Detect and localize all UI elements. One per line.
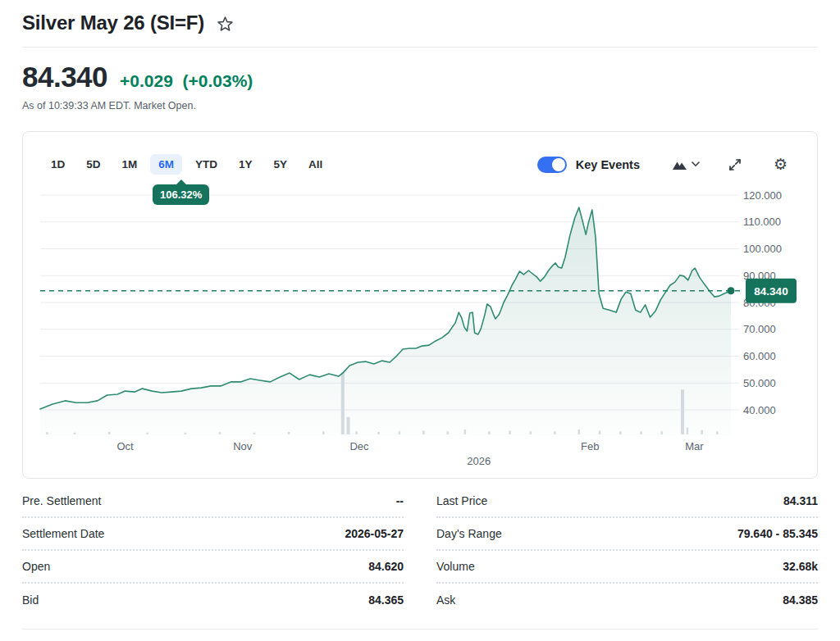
- price-row: 84.340 +0.029 (+0.03%): [22, 61, 818, 93]
- range-button-1d[interactable]: 1D: [43, 154, 73, 175]
- favorite-star-icon[interactable]: [216, 15, 235, 34]
- chart-toolbar: 1D5D1M6MYTD1Y5YAll Key Events: [23, 132, 817, 175]
- stat-row: Ask84.385: [436, 584, 818, 616]
- y-axis-label: 110.000: [743, 216, 781, 228]
- key-events-label: Key Events: [576, 158, 640, 171]
- fullscreen-button[interactable]: [728, 157, 742, 172]
- stats-column-left: Pre. Settlement--Settlement Date2026-05-…: [22, 485, 404, 616]
- x-axis-label: Nov: [233, 440, 253, 452]
- area-fill: [40, 207, 731, 436]
- stat-value: 2026-05-27: [345, 527, 404, 540]
- stat-row: Volume32.68k: [436, 551, 818, 584]
- y-axis-label: 100.000: [743, 243, 782, 255]
- stat-row: Open84.620: [22, 551, 404, 584]
- y-axis-label: 70.000: [743, 323, 776, 335]
- range-button-ytd[interactable]: YTD: [187, 154, 226, 175]
- range-button-6m[interactable]: 6M: [150, 154, 182, 175]
- x-axis-label: Feb: [581, 440, 599, 452]
- stat-row: Settlement Date2026-05-27: [22, 518, 404, 551]
- stat-value: 32.68k: [783, 560, 818, 573]
- current-price: 84.340: [22, 61, 107, 93]
- y-axis-label: 50.000: [743, 377, 776, 389]
- range-button-1y[interactable]: 1Y: [231, 154, 261, 175]
- stat-row: Last Price84.311: [436, 485, 818, 518]
- range-button-5y[interactable]: 5Y: [266, 154, 296, 175]
- price-change: +0.029 (+0.03%): [120, 71, 253, 91]
- as-of-timestamp: As of 10:39:33 AM EDT. Market Open.: [22, 100, 818, 111]
- stat-row: Day's Range79.640 - 85.345: [436, 518, 818, 551]
- stat-label: Ask: [436, 593, 455, 607]
- quote-page: Silver May 26 (SI=F) 84.340 +0.029 (+0.0…: [0, 0, 840, 630]
- range-button-all[interactable]: All: [300, 154, 331, 175]
- mountain-chart-icon: [673, 159, 687, 170]
- stat-label: Volume: [436, 560, 475, 573]
- stat-label: Settlement Date: [22, 527, 104, 540]
- stat-label: Bid: [22, 593, 39, 607]
- x-axis-label: Dec: [349, 440, 369, 452]
- stat-value: 84.365: [368, 593, 404, 607]
- current-price-dot: [728, 287, 735, 294]
- chart-controls: Key Events: [537, 157, 788, 173]
- chart-card: 1D5D1M6MYTD1Y5YAll Key Events: [22, 131, 818, 479]
- x-axis-label: 2026: [467, 455, 491, 467]
- expand-icon: [728, 157, 742, 172]
- key-events-toggle[interactable]: [537, 157, 567, 173]
- footer-divider: [22, 629, 818, 630]
- stat-value: 84.311: [783, 494, 818, 507]
- settings-gear-icon[interactable]: ⚙: [774, 157, 788, 172]
- period-change-badge: 106.32%: [153, 184, 209, 205]
- range-selector: 1D5D1M6MYTD1Y5YAll: [43, 154, 331, 175]
- toggle-knob: [552, 158, 565, 171]
- stat-value: 79.640 - 85.345: [737, 527, 818, 540]
- y-axis-label: 60.000: [743, 350, 776, 362]
- range-button-1m[interactable]: 1M: [114, 154, 146, 175]
- y-axis-label: 120.000: [743, 189, 782, 202]
- x-axis-label: Oct: [116, 440, 134, 452]
- stat-value: --: [396, 494, 404, 507]
- stat-value: 84.620: [368, 560, 404, 573]
- stats-column-right: Last Price84.311Day's Range79.640 - 85.3…: [436, 485, 818, 616]
- title-row: Silver May 26 (SI=F): [22, 0, 818, 34]
- stat-row: Pre. Settlement--: [22, 485, 404, 518]
- header-divider: [22, 47, 818, 48]
- price-chart[interactable]: 120.000110.000100.00090.00080.00070.0006…: [24, 173, 813, 478]
- chart-type-button[interactable]: [673, 159, 700, 170]
- stat-label: Day's Range: [436, 527, 502, 540]
- stat-label: Open: [22, 560, 50, 573]
- chevron-down-icon: [692, 161, 700, 167]
- x-axis-label: Mar: [685, 440, 704, 452]
- stats-table: Pre. Settlement--Settlement Date2026-05-…: [22, 485, 818, 616]
- y-axis-label: 40.000: [743, 404, 776, 416]
- current-price-badge-text: 84.340: [754, 285, 788, 298]
- range-button-5d[interactable]: 5D: [78, 154, 108, 175]
- stat-row: Bid84.365: [22, 584, 404, 616]
- stat-label: Pre. Settlement: [22, 494, 102, 507]
- page-title: Silver May 26 (SI=F): [22, 11, 204, 34]
- stat-label: Last Price: [436, 494, 487, 507]
- stat-value: 84.385: [783, 593, 818, 607]
